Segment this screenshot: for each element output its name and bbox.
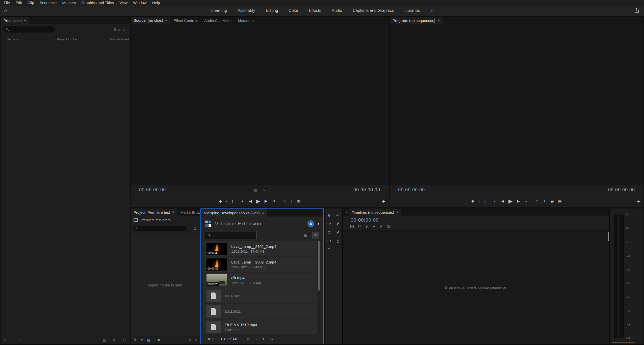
list-item[interactable]: 00:00:30 Lava_Lamp__2802_2.mp4 12/22/202… — [203, 241, 317, 256]
insert-button[interactable]: ↧ — [283, 199, 287, 203]
add-marker-button[interactable]: ◆ — [219, 199, 222, 203]
account-menu-caret-icon[interactable]: ▾ — [318, 222, 319, 226]
sort-icons-icon[interactable]: ⇅ — [188, 338, 191, 342]
menu-window[interactable]: Window — [130, 0, 149, 6]
tab-project[interactable]: Project: Premiere test ≡ — [131, 208, 177, 216]
vidispine-search-input[interactable] — [213, 233, 254, 237]
list-item[interactable]: 11/11/2021 - — [203, 304, 317, 319]
list-item[interactable]: 00:00:29 elk.mp4 12/9/2021 - 3.23 MB — [203, 273, 317, 288]
timeline-current-time[interactable]: 00:00:00:00 — [351, 217, 379, 223]
tab-production[interactable]: Production ≡ — [1, 17, 29, 24]
linked-selection-icon[interactable] — [365, 225, 369, 228]
thumbnail-zoom-slider[interactable] — [4, 339, 20, 341]
go-to-in-button[interactable]: ⇤ — [494, 199, 497, 203]
menu-markers[interactable]: Markers — [59, 0, 79, 6]
panel-menu-icon[interactable]: ≡ — [396, 210, 398, 214]
add-marker-button[interactable]: ◆ — [471, 199, 474, 203]
menu-graphics-and-titles[interactable]: Graphics and Titles — [79, 0, 117, 6]
tab-source[interactable]: Source: (no clips) ≡ — [131, 17, 170, 24]
previous-page-button[interactable]: ‹ — [256, 337, 257, 341]
workspace-tab-effects[interactable]: Effects — [309, 8, 321, 13]
ripple-edit-tool[interactable] — [325, 221, 333, 227]
list-scrollbar[interactable] — [318, 241, 320, 333]
project-file-row[interactable]: Premiere test.prproj — [134, 218, 171, 222]
lift-button[interactable]: ↥ — [535, 199, 539, 203]
hand-tool[interactable] — [333, 238, 342, 244]
rectangle-tool[interactable] — [325, 238, 333, 244]
go-to-out-button[interactable]: ⇥ — [524, 199, 527, 203]
slip-tool[interactable] — [325, 230, 333, 235]
tab-timeline[interactable]: Timeline: (no sequences) ≡ — [349, 208, 401, 216]
new-bin-icon[interactable]: ⊞ — [113, 338, 116, 342]
project-writable-icon[interactable]: ✎ — [134, 338, 137, 342]
last-page-button[interactable]: ⇥ — [270, 337, 273, 341]
column-header-name[interactable]: Name ▼ — [7, 37, 19, 41]
zoom-slider[interactable] — [154, 340, 173, 340]
workspace-tab-color[interactable]: Color — [289, 8, 298, 13]
comparison-view-button[interactable]: ▣ — [558, 199, 562, 203]
menu-view[interactable]: View — [117, 0, 130, 6]
go-to-out-button[interactable]: ⇥ — [272, 199, 275, 203]
workspace-tab-assembly[interactable]: Assembly — [238, 8, 255, 13]
page-size-value[interactable]: 10 — [206, 337, 210, 341]
drag-audio-icon[interactable]: ∿ — [262, 188, 265, 192]
list-view-icon[interactable]: ≡ — [141, 338, 143, 342]
workspace-tab-editing[interactable]: Editing — [266, 8, 278, 13]
workspace-tab-learning[interactable]: Learning — [211, 8, 227, 13]
list-item[interactable]: FILE-VX-1619.mp4 11/8/2021 - — [203, 320, 317, 334]
workspace-tab-audio[interactable]: Audio — [332, 8, 342, 13]
mark-in-button[interactable]: { — [479, 199, 480, 203]
next-page-button[interactable]: › — [263, 337, 264, 341]
quick-export-icon[interactable] — [634, 8, 639, 13]
tab-audio-clip-mixer[interactable]: Audio Clip Mixer — [201, 17, 235, 24]
snap-icon[interactable] — [357, 225, 361, 228]
play-button[interactable]: ▶ — [508, 198, 512, 204]
panel-menu-icon[interactable]: ≡ — [262, 211, 264, 215]
program-current-time[interactable]: 00:00:00:00 — [398, 187, 425, 193]
menu-sequence[interactable]: Sequence — [37, 0, 60, 6]
menu-help[interactable]: Help — [149, 0, 163, 6]
list-item[interactable]: 00:00:30 Lava_Lamp__2802_2.mp4 12/22/202… — [203, 257, 317, 272]
column-header-project-locked[interactable]: Project Locked — [57, 37, 79, 41]
workspace-tab-libraries[interactable]: Libraries — [404, 8, 420, 13]
step-back-button[interactable]: ◀ — [501, 199, 504, 203]
workspace-tab-captions-and-graphics[interactable]: Captions and Graphics — [353, 8, 394, 13]
mark-out-button[interactable]: } — [232, 199, 233, 203]
delete-icon[interactable]: ⊟ — [123, 338, 126, 342]
user-avatar[interactable] — [307, 220, 314, 227]
drag-video-icon[interactable]: ▤ — [254, 188, 257, 192]
production-search-input[interactable] — [11, 27, 52, 32]
go-to-in-button[interactable]: ⇤ — [242, 199, 245, 203]
icon-view-icon[interactable]: ▦ — [146, 338, 150, 342]
button-editor-plus[interactable]: + — [636, 198, 640, 204]
scrollbar-thumb[interactable] — [318, 241, 320, 290]
source-current-time[interactable]: 00:00:00:00 — [139, 187, 166, 193]
list-item[interactable]: 11/11/2021 - — [203, 288, 317, 303]
razor-tool[interactable] — [333, 221, 342, 227]
step-forward-button[interactable]: ▶ — [265, 199, 268, 203]
export-frame-button[interactable]: ◉ — [550, 199, 554, 203]
zoom-slider-knob[interactable] — [158, 339, 160, 341]
extract-button[interactable]: ↧ — [543, 199, 546, 203]
first-page-button[interactable]: ⇤ — [247, 337, 250, 341]
overwrite-button[interactable]: ↓ — [291, 199, 293, 203]
pen-tool[interactable] — [333, 230, 342, 235]
type-tool[interactable] — [325, 247, 333, 252]
list-view-toggle-icon[interactable]: ≡ — [312, 232, 319, 238]
project-search-input[interactable] — [140, 226, 185, 230]
step-back-button[interactable]: ◀ — [249, 199, 252, 203]
panel-menu-icon[interactable]: ≡ — [437, 18, 440, 22]
timeline-scrollbar-thumb[interactable] — [608, 232, 609, 241]
play-button[interactable]: ▶ — [256, 198, 260, 204]
menu-file[interactable]: File — [1, 0, 13, 6]
step-forward-button[interactable]: ▶ — [517, 199, 520, 203]
timeline-drop-zone[interactable]: Drop media here to create sequence. — [343, 230, 609, 344]
tab-program[interactable]: Program: (no sequences) ≡ — [390, 17, 443, 24]
mark-out-button[interactable]: } — [484, 199, 485, 203]
grid-view-toggle-icon[interactable]: ⊞ — [302, 232, 309, 238]
tab-effect-controls[interactable]: Effect Controls — [170, 17, 201, 24]
workspace-overflow-icon[interactable]: » — [430, 8, 433, 13]
captions-icon[interactable] — [387, 225, 391, 228]
film-strip-icon[interactable]: ▦ — [102, 338, 106, 342]
tab-metadata[interactable]: Metadata — [235, 17, 257, 24]
